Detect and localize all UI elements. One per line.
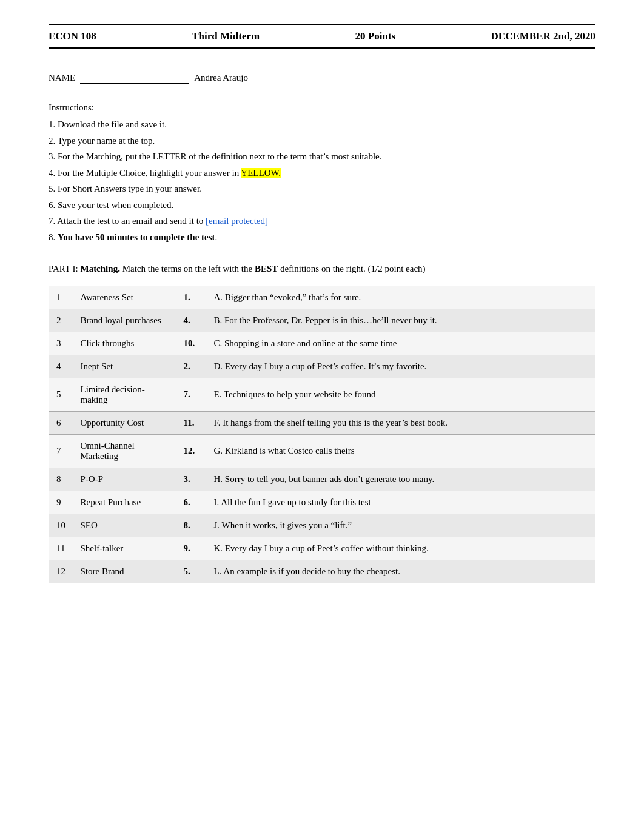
row-answer: 8.	[176, 514, 207, 537]
row-answer: 9.	[176, 537, 207, 560]
row-number: 4	[49, 355, 73, 378]
row-answer: 7.	[176, 378, 207, 411]
row-number: 5	[49, 378, 73, 411]
row-term: Limited decision-making	[73, 378, 176, 411]
instruction-8: 8. You have 50 minutes to complete the t…	[49, 230, 595, 244]
row-number: 10	[49, 514, 73, 537]
instructions-title: Instructions:	[49, 102, 595, 113]
row-answer: 4.	[176, 309, 207, 332]
part1-desc: Match the terms on the left with the	[120, 264, 255, 273]
part1-label: PART I:	[49, 264, 80, 273]
email-link[interactable]: [email protected]	[206, 216, 268, 226]
row-term: Awareness Set	[73, 286, 176, 309]
row-number: 6	[49, 411, 73, 434]
row-answer: 5.	[176, 560, 207, 583]
instruction-5: 5. For Short Answers type in your answer…	[49, 182, 595, 196]
row-answer: 12.	[176, 434, 207, 468]
instruction-7: 7. Attach the test to an email and send …	[49, 214, 595, 228]
row-number: 8	[49, 468, 73, 491]
course-code: ECON 108	[49, 30, 96, 42]
exam-header: ECON 108 Third Midterm 20 Points DECEMBE…	[49, 24, 595, 49]
row-answer: 1.	[176, 286, 207, 309]
row-number: 12	[49, 560, 73, 583]
row-number: 9	[49, 491, 73, 514]
part1-header: PART I: Matching. Match the terms on the…	[49, 262, 595, 276]
instructions-section: Instructions: 1. Download the file and s…	[49, 102, 595, 244]
row-term: Repeat Purchase	[73, 491, 176, 514]
instruction-6: 6. Save your test when completed.	[49, 198, 595, 212]
row-definition: K. Every day I buy a cup of Peet’s coffe…	[207, 537, 595, 560]
row-definition: C. Shopping in a store and online at the…	[207, 332, 595, 355]
name-label: NAME	[49, 73, 75, 83]
row-term: Click throughs	[73, 332, 176, 355]
table-row: 1 Awareness Set 1. A. Bigger than “evoke…	[49, 286, 595, 309]
row-definition: H. Sorry to tell you, but banner ads don…	[207, 468, 595, 491]
part1-desc2: definitions on the right. (1/2 point eac…	[278, 264, 425, 273]
instruction-4: 4. For the Multiple Choice, highlight yo…	[49, 166, 595, 180]
row-answer: 10.	[176, 332, 207, 355]
row-number: 1	[49, 286, 73, 309]
row-definition: I. All the fun I gave up to study for th…	[207, 491, 595, 514]
row-number: 11	[49, 537, 73, 560]
row-term: P-O-P	[73, 468, 176, 491]
row-term: Brand loyal purchases	[73, 309, 176, 332]
row-answer: 2.	[176, 355, 207, 378]
table-row: 4 Inept Set 2. D. Every day I buy a cup …	[49, 355, 595, 378]
exam-title: Third Midterm	[192, 30, 260, 42]
row-definition: D. Every day I buy a cup of Peet’s coffe…	[207, 355, 595, 378]
row-term: Omni-Channel Marketing	[73, 434, 176, 468]
matching-table: 1 Awareness Set 1. A. Bigger than “evoke…	[49, 286, 595, 583]
instruction-2: 2. Type your name at the top.	[49, 134, 595, 148]
instruction-1: 1. Download the file and save it.	[49, 118, 595, 132]
table-row: 6 Opportunity Cost 11. F. It hangs from …	[49, 411, 595, 434]
part1-best: BEST	[255, 264, 278, 273]
exam-date: DECEMBER 2nd, 2020	[491, 30, 595, 42]
table-row: 2 Brand loyal purchases 4. B. For the Pr…	[49, 309, 595, 332]
row-term: Shelf-talker	[73, 537, 176, 560]
table-row: 11 Shelf-talker 9. K. Every day I buy a …	[49, 537, 595, 560]
row-definition: F. It hangs from the shelf telling you t…	[207, 411, 595, 434]
exam-points: 20 Points	[355, 30, 396, 42]
table-row: 3 Click throughs 10. C. Shopping in a st…	[49, 332, 595, 355]
row-term: Store Brand	[73, 560, 176, 583]
name-line: NAME Andrea Araujo	[49, 73, 595, 84]
instruction-3: 3. For the Matching, put the LETTER of t…	[49, 150, 595, 164]
table-row: 12 Store Brand 5. L. An example is if yo…	[49, 560, 595, 583]
row-number: 7	[49, 434, 73, 468]
row-definition: A. Bigger than “evoked,” that’s for sure…	[207, 286, 595, 309]
name-remaining-line	[253, 73, 423, 84]
table-row: 8 P-O-P 3. H. Sorry to tell you, but ban…	[49, 468, 595, 491]
row-definition: E. Techniques to help your website be fo…	[207, 378, 595, 411]
table-row: 5 Limited decision-making 7. E. Techniqu…	[49, 378, 595, 411]
row-number: 3	[49, 332, 73, 355]
row-answer: 6.	[176, 491, 207, 514]
yellow-highlight: YELLOW.	[241, 168, 281, 178]
table-row: 7 Omni-Channel Marketing 12. G. Kirkland…	[49, 434, 595, 468]
table-row: 10 SEO 8. J. When it works, it gives you…	[49, 514, 595, 537]
instructions-list: 1. Download the file and save it. 2. Typ…	[49, 118, 595, 244]
row-term: SEO	[73, 514, 176, 537]
row-term: Inept Set	[73, 355, 176, 378]
row-answer: 3.	[176, 468, 207, 491]
name-blank	[80, 73, 189, 84]
row-answer: 11.	[176, 411, 207, 434]
row-term: Opportunity Cost	[73, 411, 176, 434]
part1-bold: Matching.	[80, 264, 119, 273]
row-definition: G. Kirkland is what Costco calls theirs	[207, 434, 595, 468]
row-definition: B. For the Professor, Dr. Pepper is in t…	[207, 309, 595, 332]
bold-instruction-8: You have 50 minutes to complete the test	[58, 232, 215, 242]
row-definition: J. When it works, it gives you a “lift.”	[207, 514, 595, 537]
name-value: Andrea Araujo	[194, 73, 248, 83]
table-row: 9 Repeat Purchase 6. I. All the fun I ga…	[49, 491, 595, 514]
row-definition: L. An example is if you decide to buy th…	[207, 560, 595, 583]
row-number: 2	[49, 309, 73, 332]
